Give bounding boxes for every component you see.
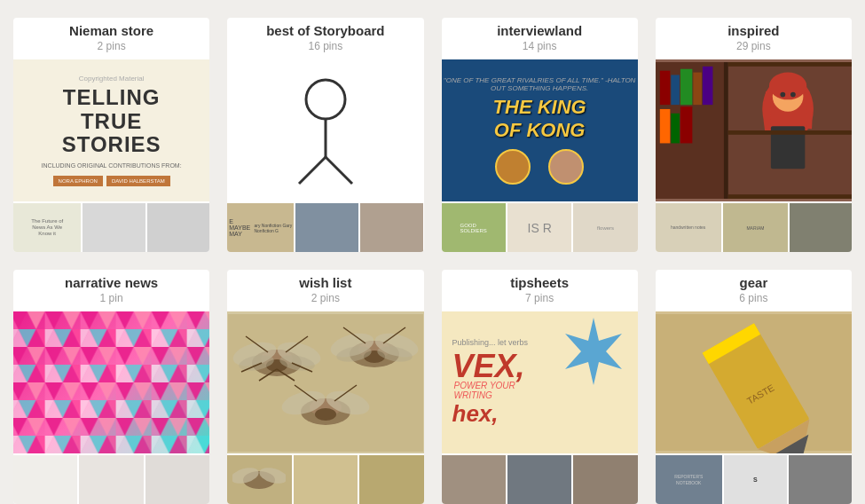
svg-rect-7 — [660, 71, 671, 105]
svg-rect-6 — [724, 62, 728, 199]
board-gear[interactable]: gear 6 pins TASTE — [656, 270, 852, 504]
cicada-small-icon — [232, 458, 286, 502]
board-pin-count: 2 pins — [227, 292, 423, 311]
board-nieman-store[interactable]: Nieman store 2 pins Copyrighted Material… — [13, 18, 209, 252]
svg-rect-10 — [693, 73, 702, 106]
svg-point-18 — [780, 92, 785, 98]
board-title: best of Storyboard — [227, 18, 423, 40]
svg-point-19 — [790, 92, 796, 98]
board-inspired[interactable]: inspired 29 pins — [656, 18, 852, 252]
board-pin-count: 6 pins — [656, 292, 852, 311]
board-images: Copyrighted Material TELLINGTRUESTORIES … — [13, 59, 209, 252]
main-image-area — [227, 59, 423, 201]
svg-rect-21 — [728, 62, 852, 67]
main-image-area: Publishing... let verbs VEX, POWER YOUR … — [442, 311, 638, 453]
svg-point-58 — [315, 408, 336, 421]
board-narrative-news[interactable]: narrative news 1 pin — [13, 270, 209, 504]
board-images: E MAYBE MAYary Nonfiction Gary Nonfictio… — [227, 59, 423, 252]
board-storyboard[interactable]: best of Storyboard 16 pins E MAYBE MAYar… — [227, 18, 423, 252]
sub-images-row: E MAYBE MAYary Nonfiction Gary Nonfictio… — [227, 203, 423, 252]
board-title: tipsheets — [442, 270, 638, 292]
boards-grid: Nieman store 2 pins Copyrighted Material… — [0, 0, 865, 504]
starburst-icon — [558, 316, 629, 387]
board-images: Publishing... let verbs VEX, POWER YOUR … — [442, 311, 638, 504]
sub-images-row — [442, 455, 638, 504]
sub-images-row: GOODSOLDIERS IS R flowers — [442, 203, 638, 252]
svg-point-17 — [769, 73, 806, 100]
main-image-area: "ONE OF THE GREAT RIVALRIES OF ALL TIME.… — [442, 59, 638, 201]
svg-line-2 — [299, 157, 326, 184]
svg-line-3 — [326, 157, 352, 184]
svg-rect-12 — [660, 109, 671, 143]
board-images — [227, 311, 423, 504]
board-title: Nieman store — [13, 18, 209, 40]
sub-images-row: REPORTER'SNOTEBOOK S — [656, 455, 852, 504]
svg-point-0 — [306, 80, 345, 119]
svg-rect-9 — [680, 69, 692, 105]
board-interviewland[interactable]: interviewland 14 pins "ONE OF THE GREAT … — [442, 18, 638, 252]
board-pin-count: 7 pins — [442, 292, 638, 311]
svg-rect-23 — [728, 194, 852, 199]
board-pin-count: 1 pin — [13, 292, 209, 311]
main-image-area — [13, 311, 209, 453]
board-images: "ONE OF THE GREAT RIVALRIES OF ALL TIME.… — [442, 59, 638, 252]
geometric-pattern — [13, 311, 209, 453]
board-wish-list[interactable]: wish list 2 pins — [227, 270, 423, 504]
board-pin-count: 2 pins — [13, 40, 209, 59]
board-title: gear — [656, 270, 852, 292]
cicada-illustration — [228, 314, 423, 452]
main-image-area — [227, 311, 423, 453]
main-image-area — [656, 59, 852, 201]
board-title: inspired — [656, 18, 852, 40]
board-pin-count: 16 pins — [227, 40, 423, 59]
svg-rect-22 — [728, 130, 852, 135]
pencil-illustration: TASTE — [656, 311, 852, 453]
board-title: narrative news — [13, 270, 209, 292]
stickfigure-icon — [272, 68, 379, 193]
main-image-area: Copyrighted Material TELLINGTRUESTORIES … — [13, 59, 209, 201]
inspired-illustration — [656, 59, 852, 201]
sub-images-row — [227, 455, 423, 504]
svg-rect-13 — [671, 114, 680, 144]
svg-rect-8 — [671, 75, 680, 105]
svg-rect-32 — [13, 311, 209, 453]
svg-rect-14 — [680, 106, 692, 143]
board-images — [13, 311, 209, 504]
main-image-area: TASTE — [656, 311, 852, 453]
board-tipsheets[interactable]: tipsheets 7 pins Publishing... let verbs… — [442, 270, 638, 504]
svg-marker-66 — [565, 318, 622, 385]
svg-rect-11 — [703, 67, 713, 105]
sub-images-row: handwritten notes MARIAM — [656, 203, 852, 252]
board-images: TASTE REPORTER'SNOTEBOOK S — [656, 311, 852, 504]
board-title: wish list — [227, 270, 423, 292]
board-pin-count: 14 pins — [442, 40, 638, 59]
board-pin-count: 29 pins — [656, 40, 852, 59]
board-title: interviewland — [442, 18, 638, 40]
board-images: handwritten notes MARIAM — [656, 59, 852, 252]
sub-images-row: The Future ofNews As WeKnow it — [13, 203, 209, 252]
sub-images-row — [13, 455, 209, 504]
